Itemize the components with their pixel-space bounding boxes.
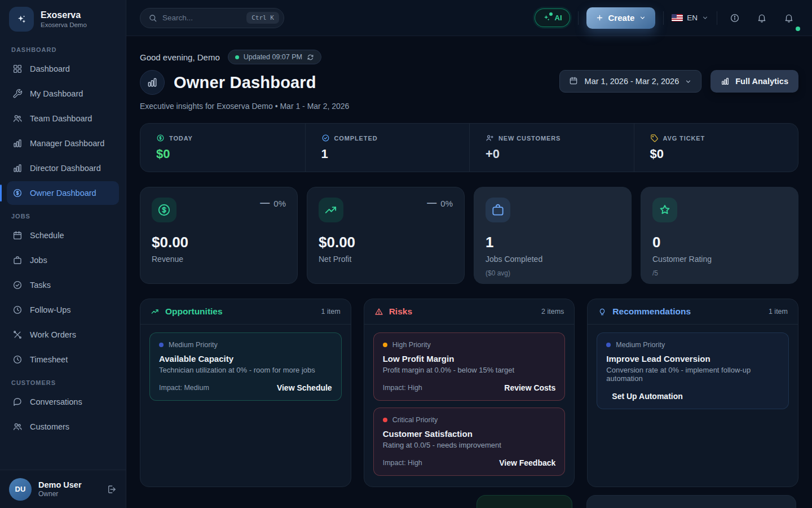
lightbulb-icon [598, 307, 607, 316]
set-up-automation-link[interactable]: Set Up Automation [606, 392, 779, 401]
kpi-label: Jobs Completed [486, 255, 620, 264]
insight-card-improve-lead-conversion[interactable]: Medium Priority Improve Lead Conversion … [597, 332, 789, 409]
app-root: Exoserva Exoserva Demo DASHBOARD Dashboa… [0, 0, 812, 508]
briefcase-icon [12, 255, 23, 265]
view-schedule-link[interactable]: View Schedule [277, 383, 332, 392]
sidebar-item-team-dashboard[interactable]: Team Dashboard [7, 107, 119, 130]
sidebar-item-jobs[interactable]: Jobs [7, 248, 119, 272]
users-icon [12, 422, 23, 432]
sidebar-item-label: Team Dashboard [30, 114, 92, 123]
kpi-card-jobs-completed[interactable]: 1 Jobs Completed ($0 avg) [474, 187, 632, 284]
topbar: Ctrl K AI Create EN [126, 0, 812, 36]
chevron-down-icon [685, 78, 692, 85]
insight-panels: Opportunities 1 item Medium Priority Ava… [140, 299, 798, 487]
review-costs-link[interactable]: Review Costs [504, 383, 555, 392]
sidebar-item-label: Work Orders [30, 330, 76, 339]
page-subtitle: Executive insights for Exoserva Demo • M… [140, 102, 798, 111]
stat-label: TODAY [169, 135, 193, 142]
avatar: DU [9, 478, 32, 501]
sidebar: Exoserva Exoserva Demo DASHBOARD Dashboa… [0, 0, 126, 508]
logout-icon[interactable] [107, 484, 117, 494]
view-feedback-link[interactable]: View Feedback [499, 458, 555, 467]
sidebar-item-label: Conversations [30, 397, 82, 406]
panel-title: Recommendations [612, 306, 691, 317]
calendar-icon [12, 230, 23, 240]
sidebar-item-director-dashboard[interactable]: Director Dashboard [7, 156, 119, 180]
priority-label: Medium Priority [616, 341, 665, 349]
stat-new-customers: NEW CUSTOMERS +0 [469, 124, 634, 172]
user-plus-icon [486, 134, 494, 142]
priority-label: Critical Priority [392, 416, 438, 424]
kpi-delta: —0% [427, 198, 453, 209]
next-row-preview [140, 495, 798, 508]
bell-icon-button[interactable] [752, 8, 771, 28]
insight-card-customer-satisfaction[interactable]: Critical Priority Customer Satisfaction … [373, 408, 566, 476]
users-icon [12, 113, 23, 124]
sidebar-item-label: Dashboard [30, 64, 70, 73]
divider [717, 11, 717, 25]
bar-chart-icon [12, 163, 23, 173]
plus-icon [595, 14, 604, 22]
sidebar-item-follow-ups[interactable]: Follow-Ups [7, 298, 119, 322]
user-role: Owner [38, 490, 82, 498]
tag-icon [650, 134, 659, 142]
sidebar-item-schedule[interactable]: Schedule [7, 224, 119, 247]
brand[interactable]: Exoserva Exoserva Demo [0, 0, 126, 38]
kpi-value: $0.00 [319, 234, 453, 251]
sidebar-item-label: Customers [30, 422, 69, 431]
updated-badge[interactable]: Updated 09:07 PM [228, 50, 321, 64]
sidebar-item-my-dashboard[interactable]: My Dashboard [7, 82, 119, 106]
create-button-label: Create [608, 13, 635, 23]
kpi-card-revenue[interactable]: —0% $0.00 Revenue [140, 187, 298, 284]
notifications-button[interactable] [779, 8, 798, 28]
full-analytics-button[interactable]: Full Analytics [710, 70, 798, 93]
tools-icon [12, 330, 23, 340]
bar-chart-icon [721, 77, 730, 86]
kpi-card-net-profit[interactable]: —0% $0.00 Net Profit [307, 187, 465, 284]
ai-button[interactable]: AI [535, 8, 570, 27]
panel-recommendations: Recommendations 1 item Medium Priority I… [587, 299, 798, 487]
chevron-down-icon [701, 14, 709, 21]
brand-name: Exoserva [41, 10, 87, 20]
trending-up-icon [151, 307, 160, 316]
dashboard-chart-icon [140, 70, 165, 95]
search-bar[interactable]: Ctrl K [140, 8, 284, 28]
panel-title: Opportunities [165, 306, 223, 317]
kpi-card-customer-rating[interactable]: 0 Customer Rating /5 [641, 187, 798, 284]
sidebar-item-work-orders[interactable]: Work Orders [7, 323, 119, 347]
grid-icon [12, 64, 23, 74]
clock-icon [12, 305, 23, 315]
sidebar-item-manager-dashboard[interactable]: Manager Dashboard [7, 132, 119, 155]
sidebar-item-timesheet[interactable]: Timesheet [7, 348, 119, 371]
panel-count: 2 items [541, 308, 564, 316]
sidebar-user[interactable]: DU Demo User Owner [0, 470, 126, 508]
sidebar-item-dashboard[interactable]: Dashboard [7, 57, 119, 81]
star-icon [652, 198, 677, 222]
sidebar-item-customers[interactable]: Customers [7, 415, 119, 439]
info-button[interactable] [725, 8, 744, 28]
panel-count: 1 item [769, 308, 788, 316]
priority-label: High Priority [392, 341, 431, 349]
kpi-value: 1 [486, 234, 620, 251]
sidebar-item-conversations[interactable]: Conversations [7, 390, 119, 414]
sidebar-item-tasks[interactable]: Tasks [7, 273, 119, 297]
language-selector[interactable]: EN [672, 14, 709, 22]
kpi-value: $0.00 [152, 234, 286, 251]
sidebar-item-label: Timesheet [30, 355, 68, 364]
create-button[interactable]: Create [586, 7, 656, 29]
full-analytics-label: Full Analytics [735, 77, 788, 86]
priority-dot [383, 418, 387, 422]
insight-card-low-profit-margin[interactable]: High Priority Low Profit Margin Profit m… [373, 332, 566, 401]
kpi-value: 0 [652, 234, 787, 251]
date-range-picker[interactable]: Mar 1, 2026 - Mar 2, 2026 [559, 70, 702, 93]
greeting-row: Good evening, Demo Updated 09:07 PM [140, 50, 798, 64]
refresh-icon[interactable] [307, 54, 314, 61]
stat-label: NEW CUSTOMERS [498, 135, 561, 142]
sidebar-item-owner-dashboard[interactable]: Owner Dashboard [7, 181, 119, 205]
panel-count: 1 item [321, 308, 341, 316]
search-input[interactable] [162, 14, 241, 22]
insight-card-available-capacity[interactable]: Medium Priority Available Capacity Techn… [149, 332, 342, 401]
insight-description: Technician utilization at 0% - room for … [159, 366, 332, 374]
language-label: EN [687, 14, 698, 22]
sidebar-item-label: My Dashboard [30, 89, 83, 98]
